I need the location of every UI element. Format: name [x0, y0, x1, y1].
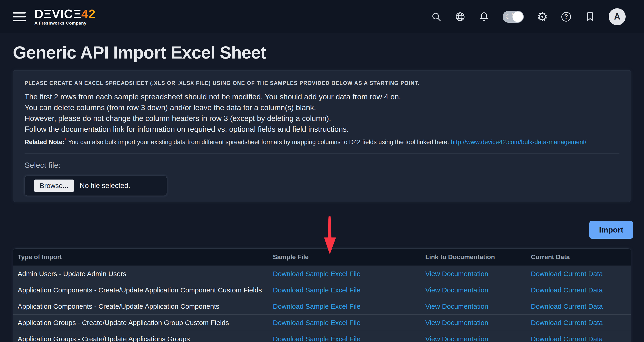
view-documentation-link[interactable]: View Documentation — [425, 270, 488, 278]
theme-toggle[interactable]: ☾ ✦ — [502, 11, 524, 23]
table-row: Application Components - Create/Update A… — [13, 282, 631, 298]
import-type-cell: Application Groups - Create/Update Appli… — [13, 335, 268, 342]
logo-subtitle: A Freshworks Company — [34, 21, 96, 26]
import-table: Type of Import Sample File Link to Docum… — [13, 248, 631, 342]
browse-button[interactable]: Browse... — [34, 180, 74, 192]
column-header-documentation: Link to Documentation — [421, 254, 526, 261]
column-header-sample: Sample File — [268, 254, 421, 261]
import-button[interactable]: Import — [590, 221, 633, 239]
bookmark-icon[interactable] — [585, 12, 595, 22]
view-documentation-link[interactable]: View Documentation — [425, 302, 488, 310]
file-input[interactable]: Browse... No file selected. — [24, 176, 167, 196]
required-asterisk: * — [64, 137, 66, 143]
search-icon[interactable] — [431, 12, 442, 22]
table-row: Application Groups - Create/Update Appli… — [13, 331, 631, 342]
download-current-data-link[interactable]: Download Current Data — [531, 270, 603, 278]
import-type-cell: Application Groups - Create/Update Appli… — [13, 319, 268, 326]
instruction-line: You can delete columns (from row 3 down)… — [24, 102, 620, 113]
device42-logo[interactable]: DΞVICΞ42 A Freshworks Company — [34, 8, 96, 26]
related-note-label: Related Note: — [24, 139, 64, 146]
import-type-cell: Application Components - Create/Update A… — [13, 302, 268, 310]
file-status-text: No file selected. — [80, 182, 130, 190]
view-documentation-link[interactable]: View Documentation — [425, 319, 488, 326]
bulk-data-management-link[interactable]: http://www.device42.com/bulk-data-manage… — [451, 139, 586, 146]
instructions-panel: PLEASE CREATE AN EXCEL SPREADSHEET (.XLS… — [13, 70, 631, 202]
help-icon[interactable]: ? — [561, 12, 572, 22]
related-note: Related Note:* You can also bulk import … — [24, 137, 620, 146]
menu-icon[interactable] — [13, 12, 26, 21]
table-row: Admin Users - Update Admin Users Downloa… — [13, 266, 631, 282]
logo-accent: 42 — [82, 7, 96, 21]
instruction-line: Follow the documentation link for inform… — [24, 124, 620, 134]
divider — [24, 154, 620, 154]
instruction-line: However, please do not change the column… — [24, 113, 620, 124]
download-sample-link[interactable]: Download Sample Excel File — [273, 302, 360, 310]
table-row: Application Components - Create/Update A… — [13, 298, 631, 314]
download-sample-link[interactable]: Download Sample Excel File — [273, 335, 360, 342]
logo-text: DΞVICΞ42 — [34, 8, 96, 20]
page-title: Generic API Import Excel Sheet — [13, 42, 631, 62]
view-documentation-link[interactable]: View Documentation — [425, 335, 488, 342]
import-type-cell: Admin Users - Update Admin Users — [13, 270, 268, 278]
avatar[interactable]: A — [609, 8, 626, 25]
instruction-line: The first 2 rows from each sample spread… — [24, 91, 620, 102]
column-header-type: Type of Import — [13, 254, 268, 261]
topbar: DΞVICΞ42 A Freshworks Company ☾ ✦ ⚙ ? A — [0, 0, 644, 33]
import-type-cell: Application Components - Create/Update A… — [13, 286, 268, 294]
table-header-row: Type of Import Sample File Link to Docum… — [13, 248, 631, 266]
gear-icon[interactable]: ⚙ — [537, 12, 548, 22]
download-sample-link[interactable]: Download Sample Excel File — [273, 319, 360, 326]
column-header-current-data: Current Data — [526, 254, 631, 261]
toggle-knob[interactable] — [512, 12, 523, 22]
table-body: Admin Users - Update Admin Users Downloa… — [13, 266, 631, 342]
moon-icon: ☾ — [506, 13, 511, 20]
globe-icon[interactable] — [455, 12, 466, 22]
bell-icon[interactable] — [479, 12, 489, 22]
download-sample-link[interactable]: Download Sample Excel File — [273, 286, 360, 294]
download-current-data-link[interactable]: Download Current Data — [531, 302, 603, 310]
download-current-data-link[interactable]: Download Current Data — [531, 286, 603, 294]
download-current-data-link[interactable]: Download Current Data — [531, 319, 603, 326]
select-file-label: Select file: — [24, 161, 620, 170]
download-current-data-link[interactable]: Download Current Data — [531, 335, 603, 342]
related-note-text: You can also bulk import your existing d… — [66, 139, 451, 146]
action-row: Import — [0, 221, 633, 239]
panel-heading: PLEASE CREATE AN EXCEL SPREADSHEET (.XLS… — [24, 80, 620, 86]
topbar-actions: ☾ ✦ ⚙ ? A — [431, 8, 626, 25]
table-row: Application Groups - Create/Update Appli… — [13, 314, 631, 331]
download-sample-link[interactable]: Download Sample Excel File — [273, 270, 360, 278]
view-documentation-link[interactable]: View Documentation — [425, 286, 488, 294]
